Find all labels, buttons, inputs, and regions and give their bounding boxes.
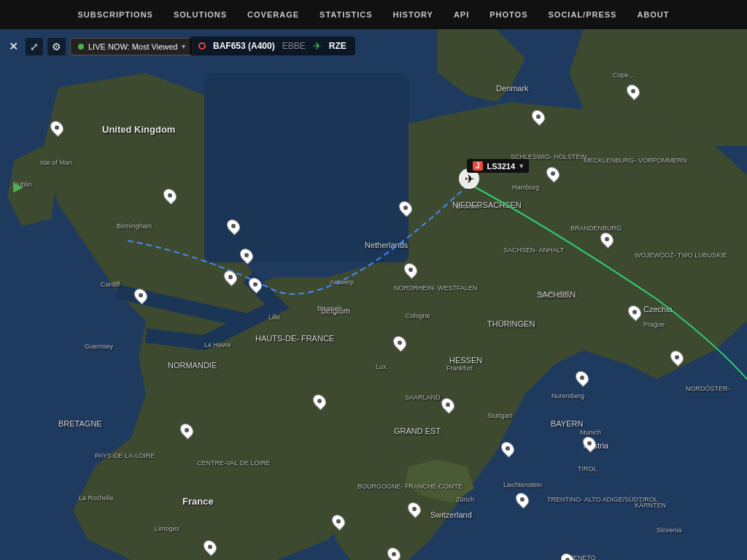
nav-item-solutions[interactable]: SOLUTIONS	[163, 0, 237, 29]
airport-pin-1[interactable]	[51, 120, 63, 135]
airport-pin-6[interactable]	[249, 277, 261, 292]
airport-pin-15[interactable]	[333, 514, 344, 529]
nav-item-photos[interactable]: PHOTOS	[479, 0, 538, 29]
airport-pin-26[interactable]	[627, 84, 639, 98]
toolbar: ✕ ⤢ ⚙ LIVE NOW: Most Viewed ▾	[6, 36, 193, 56]
airport-pin-10[interactable]	[442, 397, 454, 412]
live-text: LIVE NOW: Most Viewed	[88, 42, 177, 51]
airport-pin-18[interactable]	[562, 553, 573, 560]
airport-pin-22[interactable]	[400, 201, 411, 215]
map-background	[0, 29, 747, 560]
airport-pin-8[interactable]	[394, 335, 406, 350]
flight-label-popup[interactable]: J LS3214 ▾	[467, 159, 529, 173]
airport-pin-27[interactable]	[629, 305, 640, 319]
close-button[interactable]: ✕	[6, 36, 21, 56]
nav-item-coverage[interactable]: COVERAGE	[237, 0, 309, 29]
flight-number: LS3214	[487, 162, 516, 171]
flight-info-bar[interactable]: BAF653 (A400) EBBE ✈ RZE	[190, 36, 355, 55]
nav-item-social[interactable]: SOCIAL/PRESS	[538, 0, 627, 29]
airport-pin-4[interactable]	[241, 248, 252, 262]
airport-pin-2[interactable]	[164, 188, 176, 203]
airport-pin-11[interactable]	[181, 423, 193, 438]
nav-item-api[interactable]: API	[444, 0, 479, 29]
flight-direction-icon: ✈	[313, 40, 322, 52]
airport-pin-9[interactable]	[314, 394, 325, 408]
airport-pin-3[interactable]	[228, 219, 239, 233]
settings-button[interactable]: ⚙	[47, 38, 66, 55]
airport-pin-12[interactable]	[502, 441, 514, 456]
nav-item-statistics[interactable]: STATISTICS	[309, 0, 383, 29]
airport-pin-5[interactable]	[225, 270, 236, 284]
airport-pin-23[interactable]	[547, 166, 559, 181]
main-nav: SUBSCRIPTIONSSOLUTIONSCOVERAGESTATISTICS…	[0, 0, 747, 29]
airport-pin-17[interactable]	[388, 547, 400, 560]
flight-separator: EBBE	[282, 41, 306, 51]
origin-dot	[198, 42, 206, 50]
airport-pin-28[interactable]	[576, 370, 588, 385]
expand-button[interactable]: ⤢	[26, 38, 43, 55]
airport-pin-14[interactable]	[409, 502, 420, 516]
airport-pin-24[interactable]	[601, 232, 613, 246]
live-dropdown[interactable]: LIVE NOW: Most Viewed ▾	[70, 38, 193, 55]
live-indicator-dot	[78, 44, 84, 50]
flight-destination: RZE	[329, 41, 347, 51]
map-container[interactable]: United KingdomIsle of ManDublinBirmingha…	[0, 29, 747, 560]
flight-label-chevron: ▾	[519, 162, 523, 170]
live-dropdown-chevron: ▾	[182, 42, 185, 50]
airport-pin-13[interactable]	[516, 492, 528, 507]
airport-pin-30[interactable]	[584, 436, 595, 451]
airport-pin-7[interactable]	[135, 288, 147, 303]
nav-item-history[interactable]: HISTORY	[383, 0, 444, 29]
airline-badge: J	[473, 161, 483, 171]
nav-items: SUBSCRIPTIONSSOLUTIONSCOVERAGESTATISTICS…	[67, 0, 679, 29]
airport-pin-21[interactable]	[405, 262, 417, 277]
dublin-play-icon: ▶	[13, 179, 23, 195]
airport-pin-29[interactable]	[671, 350, 683, 365]
flight-code: BAF653 (A400)	[213, 41, 275, 51]
airport-pin-25[interactable]	[533, 109, 544, 124]
airport-pin-16[interactable]	[204, 540, 216, 554]
nav-item-subscriptions[interactable]: SUBSCRIPTIONS	[67, 0, 163, 29]
nav-item-about[interactable]: ABOUT	[627, 0, 679, 29]
